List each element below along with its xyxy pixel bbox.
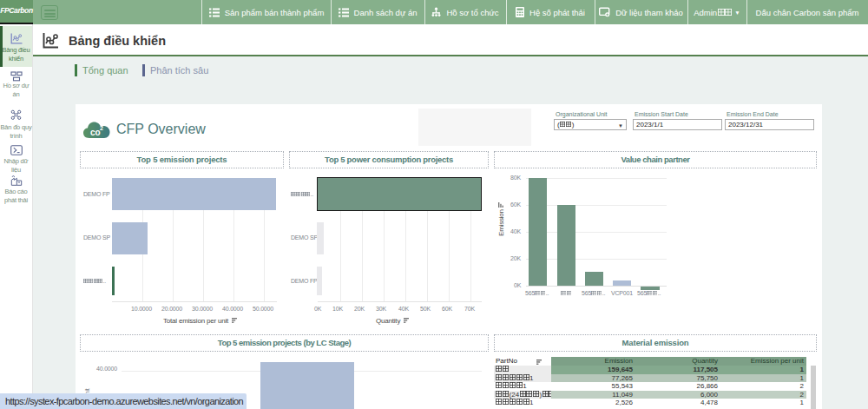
svg-text:2: 2 <box>100 125 103 131</box>
svg-text:co: co <box>90 128 101 137</box>
